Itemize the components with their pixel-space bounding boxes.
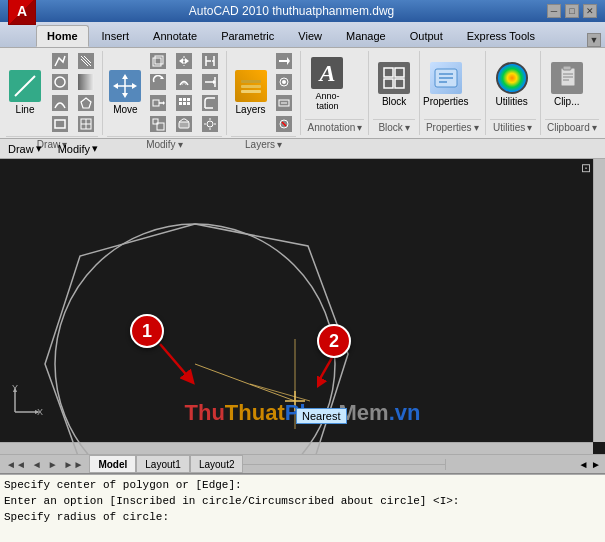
watermark-thu: Thu <box>185 400 225 425</box>
scale-button[interactable] <box>146 114 170 134</box>
block-button[interactable]: Block <box>373 54 414 114</box>
svg-rect-52 <box>241 85 261 88</box>
layer-current-button[interactable] <box>272 72 296 92</box>
svg-rect-62 <box>384 68 393 77</box>
nav-first-button[interactable]: ◄◄ <box>4 459 28 470</box>
tab-insert[interactable]: Insert <box>91 25 141 47</box>
nav-next-button[interactable]: ► <box>46 459 60 470</box>
properties-button[interactable]: Properties <box>424 54 468 114</box>
svg-line-78 <box>195 364 295 401</box>
polyline-button[interactable] <box>48 51 72 71</box>
svg-rect-29 <box>187 98 190 101</box>
utilities-group-label[interactable]: Utilities ▾ <box>490 119 536 135</box>
layers-label-bottom: Layers <box>245 139 275 150</box>
offset-button[interactable] <box>172 72 196 92</box>
clipboard-group-label[interactable]: Clipboard ▾ <box>545 119 599 135</box>
command-line-2: Enter an option [Inscribed in circle/Cir… <box>4 493 601 509</box>
tab-express-tools[interactable]: Express Tools <box>456 25 546 47</box>
maximize-canvas-button[interactable]: ⊡ <box>581 161 591 175</box>
tab-output[interactable]: Output <box>399 25 454 47</box>
mirror-button[interactable] <box>172 51 196 71</box>
title-bar-title: AutoCAD 2010 thuthuatphanmem.dwg <box>36 4 547 18</box>
svg-marker-13 <box>122 93 128 98</box>
layers-group-label[interactable]: Layers ▾ <box>231 136 297 152</box>
close-button[interactable]: ✕ <box>583 4 597 18</box>
tab-view[interactable]: View <box>287 25 333 47</box>
tab-layout2[interactable]: Layout2 <box>190 455 244 473</box>
layer-props-icon <box>276 95 292 111</box>
line-button[interactable]: Line <box>6 63 44 123</box>
move-button[interactable]: Move <box>107 63 144 123</box>
properties-icon <box>430 62 462 94</box>
ucs-icon: X Y <box>10 382 50 424</box>
annotation-button[interactable]: A Anno-tation <box>305 54 349 114</box>
tab-layout1[interactable]: Layout1 <box>136 455 190 473</box>
annotation-label-bottom: Annotation <box>308 122 356 133</box>
svg-rect-30 <box>179 102 182 105</box>
annotation-group-label[interactable]: Annotation ▾ <box>305 119 364 135</box>
erase-button[interactable] <box>172 114 196 134</box>
properties-group-label[interactable]: Properties ▾ <box>424 119 481 135</box>
arc-button[interactable] <box>48 93 72 113</box>
copy-button[interactable] <box>146 51 170 71</box>
layer-properties-button[interactable] <box>272 93 296 113</box>
ribbon-group-block-content: Block <box>373 51 414 117</box>
gradient-button[interactable] <box>74 72 98 92</box>
clipboard-button[interactable]: Clip... <box>545 54 589 114</box>
boundary-button[interactable] <box>74 93 98 113</box>
nav-last-button[interactable]: ►► <box>62 459 86 470</box>
trim-button[interactable] <box>198 51 222 71</box>
tab-annotate[interactable]: Annotate <box>142 25 208 47</box>
app-logo: A <box>8 0 36 25</box>
modify-submenu[interactable]: Modify ▾ <box>58 142 98 155</box>
modify-small-col2 <box>172 51 196 134</box>
rectangle-button[interactable] <box>48 114 72 134</box>
array-button[interactable] <box>172 93 196 113</box>
annotation-label: Anno-tation <box>315 91 339 111</box>
svg-marker-55 <box>287 57 290 65</box>
layer-match-icon <box>276 53 292 69</box>
layer-match-button[interactable] <box>272 51 296 71</box>
modify-group-label[interactable]: Modify ▾ <box>107 136 222 152</box>
copy-icon <box>150 53 166 69</box>
svg-marker-14 <box>113 83 118 89</box>
explode-button[interactable] <box>198 114 222 134</box>
tab-home[interactable]: Home <box>36 25 89 47</box>
svg-rect-65 <box>395 79 404 88</box>
layers-icon <box>235 70 267 102</box>
hatch-button[interactable] <box>74 51 98 71</box>
block-group-label[interactable]: Block ▾ <box>373 119 414 135</box>
tab-manage[interactable]: Manage <box>335 25 397 47</box>
table-icon <box>78 116 94 132</box>
svg-point-1 <box>55 77 65 87</box>
circle-button[interactable] <box>48 72 72 92</box>
layer-off-button[interactable] <box>272 114 296 134</box>
maximize-button[interactable]: □ <box>565 4 579 18</box>
command-area[interactable]: Specify center of polygon or [Edge]: Ent… <box>0 474 605 542</box>
fillet-button[interactable] <box>198 93 222 113</box>
tab-model[interactable]: Model <box>89 455 136 473</box>
svg-rect-64 <box>384 79 393 88</box>
nav-prev-button[interactable]: ◄ <box>30 459 44 470</box>
draw-submenu[interactable]: Draw ▾ <box>8 142 42 155</box>
utilities-collapse-icon: ▾ <box>527 122 532 133</box>
utilities-button[interactable]: Utilities <box>490 54 534 114</box>
minimize-button[interactable]: ─ <box>547 4 561 18</box>
properties-label-bottom: Properties <box>426 122 472 133</box>
table-button[interactable] <box>74 114 98 134</box>
extend-button[interactable] <box>198 72 222 92</box>
stretch-button[interactable] <box>146 93 170 113</box>
tab-parametric[interactable]: Parametric <box>210 25 285 47</box>
callout-2-number: 2 <box>329 331 339 352</box>
utilities-label: Utilities <box>496 96 528 107</box>
canvas-area[interactable]: ⊡ Nearest 1 2 <box>0 159 605 454</box>
ribbon-collapse-button[interactable]: ▼ <box>587 33 601 47</box>
svg-rect-53 <box>241 90 261 93</box>
svg-rect-31 <box>183 102 186 105</box>
rectangle-icon <box>52 116 68 132</box>
layers-button[interactable]: Layers <box>231 63 271 123</box>
explode-icon <box>202 116 218 132</box>
ribbon-group-block: Block Block ▾ <box>369 51 419 135</box>
rotate-button[interactable] <box>146 72 170 92</box>
command-line-1: Specify center of polygon or [Edge]: <box>4 477 601 493</box>
